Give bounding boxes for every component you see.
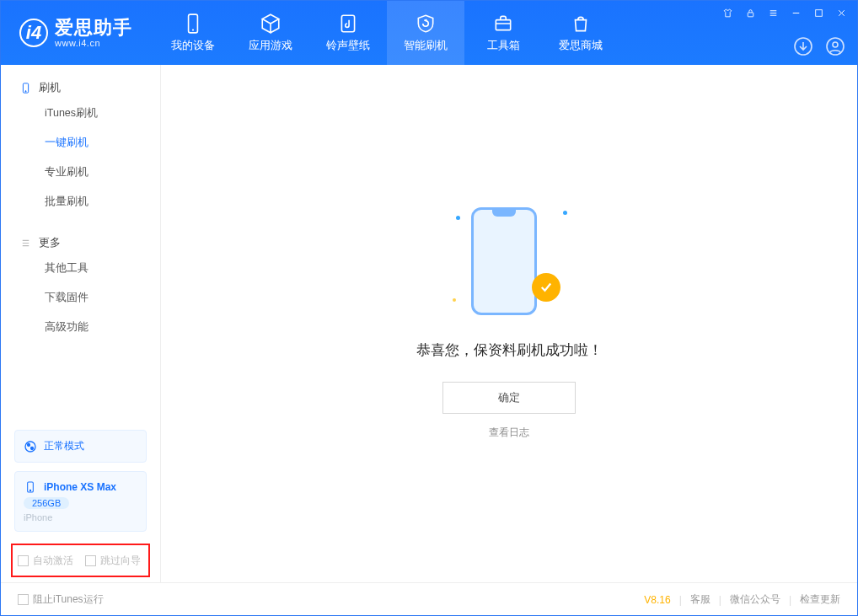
music-icon: [337, 13, 359, 35]
checkbox-icon: [18, 594, 29, 605]
checkbox-block-itunes[interactable]: 阻止iTunes运行: [18, 592, 104, 607]
device-type-label: iPhone: [24, 512, 52, 522]
svg-point-15: [29, 490, 30, 490]
sidebar-item-pro-flash[interactable]: 专业刷机: [1, 158, 160, 187]
version-label: V8.16: [644, 594, 670, 606]
nav-ringtone[interactable]: 铃声壁纸: [309, 1, 387, 65]
checkbox-icon: [85, 555, 96, 566]
sidebar-item-advanced[interactable]: 高级功能: [1, 313, 160, 342]
nav-apps[interactable]: 应用游戏: [232, 1, 309, 65]
main-content: 恭喜您，保资料刷机成功啦！ 确定 查看日志: [161, 65, 857, 582]
svg-point-1: [192, 29, 194, 31]
svg-point-8: [833, 42, 838, 47]
checkbox-auto-activate[interactable]: 自动激活: [18, 554, 73, 568]
minimize-icon[interactable]: [791, 8, 802, 19]
ok-button[interactable]: 确定: [442, 382, 576, 414]
svg-point-12: [28, 443, 30, 446]
customer-service-link[interactable]: 客服: [690, 592, 711, 607]
flash-options-highlight: 自动激活 跳过向导: [11, 544, 150, 577]
device-mode-box[interactable]: 正常模式: [14, 430, 147, 463]
svg-point-7: [827, 38, 844, 55]
svg-rect-2: [341, 15, 354, 32]
svg-point-11: [25, 442, 35, 452]
logo-icon: i4: [19, 19, 48, 47]
check-update-link[interactable]: 检查更新: [800, 592, 840, 607]
svg-point-10: [25, 90, 26, 91]
nav-my-device[interactable]: 我的设备: [154, 1, 232, 65]
svg-rect-4: [748, 13, 753, 17]
device-info-box[interactable]: iPhone XS Max 256GB iPhone: [14, 471, 147, 532]
list-icon: [19, 237, 32, 249]
sidebar-item-other-tools[interactable]: 其他工具: [1, 254, 160, 283]
lock-icon[interactable]: [745, 8, 756, 19]
app-name: 爱思助手: [55, 18, 132, 37]
close-icon[interactable]: [836, 8, 847, 19]
device-icon: [19, 82, 32, 94]
bag-icon: [570, 13, 592, 35]
nav-store[interactable]: 爱思商城: [542, 1, 619, 65]
top-nav: 我的设备 应用游戏 铃声壁纸 智能刷机 工具箱 爱思商城: [154, 1, 619, 65]
sidebar-item-itunes-flash[interactable]: iTunes刷机: [1, 99, 160, 128]
maximize-icon[interactable]: [813, 8, 824, 19]
check-badge-icon: [532, 273, 560, 302]
status-bar: 阻止iTunes运行 V8.16 | 客服 | 微信公众号 | 检查更新: [1, 582, 857, 616]
phone-small-icon: [24, 480, 37, 494]
header-right-actions: [793, 36, 845, 56]
download-icon[interactable]: [793, 36, 813, 56]
shield-refresh-icon: [415, 13, 437, 35]
sidebar-section-flash: 刷机: [19, 80, 160, 95]
sidebar-item-download-firmware[interactable]: 下载固件: [1, 283, 160, 313]
sidebar-item-batch-flash[interactable]: 批量刷机: [1, 187, 160, 217]
shirt-icon[interactable]: [722, 8, 733, 19]
user-icon[interactable]: [825, 36, 845, 56]
svg-rect-3: [496, 20, 510, 30]
menu-icon[interactable]: [768, 8, 779, 19]
sidebar-section-more: 更多: [19, 235, 160, 250]
toolbox-icon: [492, 13, 514, 35]
app-logo: i4 爱思助手 www.i4.cn: [1, 18, 154, 47]
wechat-link[interactable]: 微信公众号: [730, 592, 780, 607]
view-log-link[interactable]: 查看日志: [489, 426, 529, 440]
success-message: 恭喜您，保资料刷机成功啦！: [416, 340, 603, 360]
svg-point-13: [31, 447, 34, 449]
app-url: www.i4.cn: [55, 38, 132, 48]
sidebar-item-oneclick-flash[interactable]: 一键刷机: [1, 128, 160, 158]
checkbox-icon: [18, 555, 29, 566]
phone-icon: [182, 13, 204, 35]
device-capacity-badge: 256GB: [24, 497, 69, 509]
sidebar: 刷机 iTunes刷机 一键刷机 专业刷机 批量刷机 更多 其他工具 下载固件 …: [1, 65, 161, 582]
success-illustration: [471, 207, 547, 317]
title-bar: i4 爱思助手 www.i4.cn 我的设备 应用游戏 铃声壁纸 智能刷机 工具…: [1, 1, 857, 65]
checkbox-skip-setup[interactable]: 跳过向导: [85, 554, 141, 568]
nav-toolbox[interactable]: 工具箱: [464, 1, 542, 65]
nav-flash[interactable]: 智能刷机: [387, 1, 464, 65]
cube-icon: [260, 13, 282, 35]
mode-icon: [24, 440, 37, 453]
svg-rect-5: [816, 10, 823, 17]
window-controls: [722, 8, 847, 19]
